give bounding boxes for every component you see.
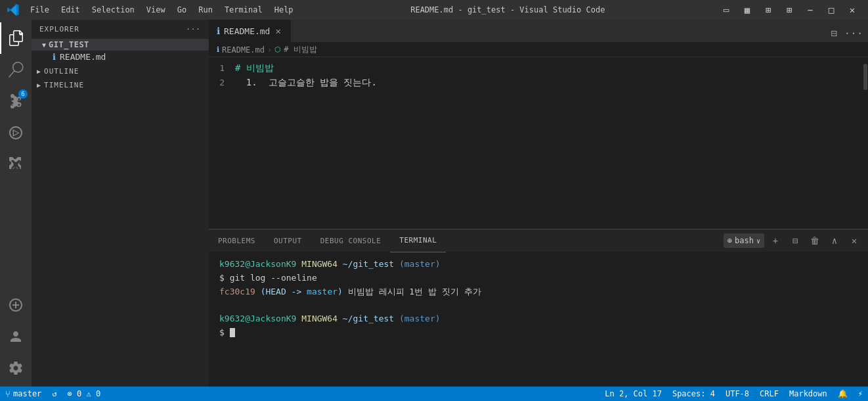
chevron-down-icon: ∨ <box>756 237 760 245</box>
editor-area: ℹ README.md ✕ ⊟ ··· ℹ README.md › ⬡ # 비빔… <box>209 20 868 387</box>
editor-scrollbar[interactable] <box>863 57 868 229</box>
sidebar-header: Explorer ··· <box>32 20 209 39</box>
layout2-button[interactable]: ▦ <box>738 3 756 16</box>
activity-extensions[interactable] <box>0 149 32 180</box>
status-encoding[interactable]: UTF-8 <box>720 387 754 401</box>
status-right: Ln 2, Col 17 Spaces: 4 UTF-8 CRLF Markdo… <box>599 387 868 401</box>
chevron-right-icon2: ▶ <box>37 82 41 89</box>
breadcrumb-separator: › <box>267 45 272 55</box>
folder-git-test[interactable]: ▼ GIT_TEST <box>32 39 209 51</box>
terminal-prompt-branch2: (master) <box>399 314 441 323</box>
menu-run[interactable]: Run <box>193 4 218 16</box>
status-eol[interactable]: CRLF <box>754 387 784 401</box>
status-spaces[interactable]: Spaces: 4 <box>667 387 720 401</box>
close-button[interactable]: ✕ <box>843 3 861 16</box>
layout4-button[interactable]: ⊞ <box>780 3 798 16</box>
breadcrumb-info-icon: ℹ <box>217 45 219 54</box>
panel-tab-terminal[interactable]: TERMINAL <box>390 229 446 252</box>
activity-source-control[interactable]: 6 <box>0 85 32 117</box>
terminal-prompt-user1: k9632@JacksonK9 <box>219 259 296 269</box>
breadcrumb-symbol-icon: ⬡ <box>274 45 281 54</box>
menu-selection[interactable]: Selection <box>87 4 140 16</box>
more-actions-button[interactable]: ··· <box>844 24 863 42</box>
file-info-icon: ℹ <box>53 52 56 62</box>
feedback-icon: ⚡ <box>858 389 863 398</box>
bell-icon: 🔔 <box>838 389 848 398</box>
chevron-right-icon: ▶ <box>37 68 41 75</box>
line-content-2: 1. 고슬고슬한 밥을 짓는다. <box>235 77 377 89</box>
sidebar-more-actions[interactable]: ··· <box>186 25 201 34</box>
scrollbar-thumb <box>863 64 867 90</box>
activity-settings[interactable] <box>0 352 32 384</box>
menu-terminal[interactable]: Terminal <box>219 4 268 16</box>
terminal-content[interactable]: k9632@JacksonK9 MINGW64 ~/git_test (mast… <box>209 252 868 387</box>
menu-file[interactable]: File <box>25 4 54 16</box>
terminal-cursor <box>230 328 235 337</box>
status-position[interactable]: Ln 2, Col 17 <box>599 387 667 401</box>
terminal-line-3: fc30c19 (HEAD -> master) 비빔밥 레시피 1번 밥 짓기… <box>219 285 857 299</box>
split-editor-button[interactable]: ⊟ <box>825 24 843 42</box>
status-branch-text: master <box>13 389 41 398</box>
bash-label[interactable]: ⊕ bash ∨ <box>724 233 764 248</box>
activity-accounts[interactable] <box>0 321 32 352</box>
code-line-1: 1 # 비빔밥 <box>209 62 868 77</box>
tab-close-button[interactable]: ✕ <box>274 25 282 37</box>
panel-tabs: PROBLEMS OUTPUT DEBUG CONSOLE TERMINAL ⊕… <box>209 229 868 252</box>
activity-run[interactable] <box>0 117 32 149</box>
terminal-line-6: $ <box>219 326 857 340</box>
status-notifications[interactable]: 🔔 <box>833 387 853 401</box>
encoding-text: UTF-8 <box>726 389 749 398</box>
minimize-button[interactable]: − <box>801 3 819 16</box>
timeline-section[interactable]: ▶ TIMELINE <box>32 80 209 91</box>
activity-search[interactable] <box>0 54 32 85</box>
layout3-button[interactable]: ⊞ <box>759 3 777 16</box>
status-errors[interactable]: ⊗ 0 ⚠ 0 <box>62 387 106 401</box>
status-language[interactable]: Markdown <box>784 387 833 401</box>
add-terminal-button[interactable]: + <box>767 232 784 249</box>
tab-info-icon: ℹ <box>217 26 220 36</box>
close-panel-button[interactable]: ✕ <box>846 232 863 249</box>
git-branch-icon: ⑂ <box>5 389 11 399</box>
menu-edit[interactable]: Edit <box>56 4 85 16</box>
layout-button[interactable]: ▭ <box>717 3 735 16</box>
outline-section[interactable]: ▶ OUTLINE <box>32 66 209 77</box>
terminal-prompt-user2: k9632@JacksonK9 <box>219 314 296 323</box>
status-branch[interactable]: ⑂ master <box>0 387 47 401</box>
eol-text: CRLF <box>760 389 779 398</box>
line-number-1: 1 <box>209 63 235 73</box>
menu-view[interactable]: View <box>141 4 171 16</box>
file-readme[interactable]: ℹ README.md <box>32 51 209 63</box>
panel-tab-output[interactable]: OUTPUT <box>265 229 311 252</box>
activity-explorer[interactable] <box>0 22 32 54</box>
status-feedback[interactable]: ⚡ <box>853 387 868 401</box>
tab-label: README.md <box>224 26 270 36</box>
menu-help[interactable]: Help <box>269 4 299 16</box>
vscode-logo <box>7 3 20 16</box>
spaces-text: Spaces: 4 <box>672 389 715 398</box>
activity-bar-bottom <box>0 289 32 387</box>
delete-terminal-button[interactable]: 🗑 <box>806 232 823 249</box>
maximize-panel-button[interactable]: ∧ <box>826 232 843 249</box>
tab-actions: ⊟ ··· <box>825 24 868 42</box>
breadcrumb-section[interactable]: # 비빔밥 <box>284 44 316 55</box>
panel: PROBLEMS OUTPUT DEBUG CONSOLE TERMINAL ⊕… <box>209 229 868 387</box>
panel-tab-problems[interactable]: PROBLEMS <box>209 229 265 252</box>
activity-remote[interactable] <box>0 289 32 321</box>
breadcrumb-file[interactable]: README.md <box>222 45 265 55</box>
language-text: Markdown <box>789 389 827 398</box>
tab-readme[interactable]: ℹ README.md ✕ <box>209 20 291 42</box>
menu-go[interactable]: Go <box>172 4 192 16</box>
window-title: README.md - git_test - Visual Studio Cod… <box>299 5 717 14</box>
breadcrumb: ℹ README.md › ⬡ # 비빔밥 <box>209 43 868 57</box>
file-name: README.md <box>60 52 106 62</box>
terminal-prompt-mingw2: MINGW64 <box>301 314 337 323</box>
chevron-down-icon: ▼ <box>42 41 46 49</box>
terminal-line-2: $ git log --oneline <box>219 271 857 285</box>
split-terminal-button[interactable]: ⊟ <box>787 232 804 249</box>
title-bar: File Edit Selection View Go Run Terminal… <box>0 0 868 20</box>
terminal-line-5: k9632@JacksonK9 MINGW64 ~/git_test (mast… <box>219 312 857 326</box>
status-sync[interactable]: ↺ <box>47 387 62 401</box>
maximize-button[interactable]: □ <box>822 3 840 16</box>
panel-tab-debug[interactable]: DEBUG CONSOLE <box>311 229 391 252</box>
code-area[interactable]: 1 # 비빔밥 2 1. 고슬고슬한 밥을 짓는다. <box>209 57 868 229</box>
